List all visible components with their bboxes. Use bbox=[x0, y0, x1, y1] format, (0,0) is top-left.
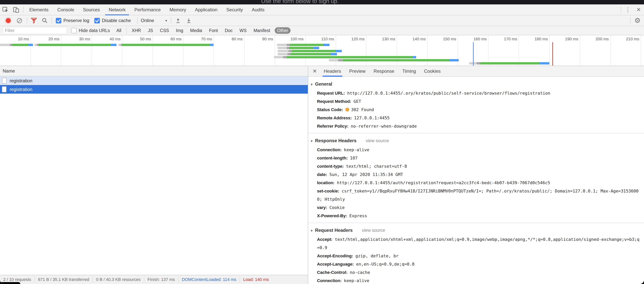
throttling-select[interactable]: Online ▼ bbox=[141, 18, 168, 23]
timeline-overview[interactable]: 10 ms20 ms30 ms40 ms50 ms60 ms70 ms80 ms… bbox=[0, 35, 644, 66]
header-key: Status Code: bbox=[317, 107, 343, 112]
header-row-request-method: Request Method:GET bbox=[308, 97, 644, 106]
header-row-set-cookie: set-cookie:csrf_token=y1//BqpRxuFY8Hw418… bbox=[308, 187, 644, 203]
section-header-request-headers[interactable]: ▼Request Headersview source bbox=[308, 225, 644, 235]
waterfall-segment-waiting bbox=[480, 62, 540, 65]
header-key: Accept-Encoding: bbox=[317, 253, 353, 258]
waterfall-segment-queued bbox=[10, 44, 12, 46]
header-value: GET bbox=[354, 99, 361, 104]
tab-elements[interactable]: Elements bbox=[25, 5, 53, 15]
timeline-tick-label: 20 ms bbox=[31, 37, 60, 41]
view-source-link[interactable]: view source bbox=[366, 138, 389, 143]
header-key: Cache-Control: bbox=[317, 270, 348, 275]
waterfall-segment-waiting bbox=[122, 44, 210, 46]
kebab-menu-icon[interactable]: ⋮ bbox=[622, 5, 633, 15]
disable-cache-checkbox[interactable] bbox=[94, 18, 100, 24]
section-request-headers: ▼Request Headersview sourceAccept:text/h… bbox=[308, 223, 644, 284]
chevron-down-icon: ▼ bbox=[165, 19, 168, 22]
device-toolbar-icon[interactable] bbox=[11, 5, 22, 15]
preserve-log-checkbox[interactable] bbox=[56, 18, 61, 24]
timeline-tick-label: 180 ms bbox=[519, 37, 548, 41]
headers-body: ▼GeneralRequest URL:http://127.0.0.1:445… bbox=[308, 77, 644, 284]
timeline-gridline bbox=[641, 35, 641, 66]
name-column-header[interactable]: Name bbox=[0, 66, 308, 76]
filter-pill-css[interactable]: CSS bbox=[157, 27, 171, 34]
header-value: keep-alive bbox=[344, 147, 369, 152]
tab-memory[interactable]: Memory bbox=[165, 5, 191, 15]
close-details-icon[interactable]: ✕ bbox=[310, 66, 320, 76]
header-key: Accept-Language: bbox=[317, 262, 354, 266]
tab-application[interactable]: Application bbox=[190, 5, 222, 15]
gear-icon[interactable]: ⚙ bbox=[632, 17, 643, 25]
tab-sources[interactable]: Sources bbox=[78, 5, 104, 15]
timeline-tick-label: 190 ms bbox=[550, 37, 578, 41]
table-row[interactable]: registration bbox=[0, 85, 308, 94]
waterfall-segment-download bbox=[450, 59, 459, 61]
devtools-tabbar: ElementsConsoleSourcesNetworkPerformance… bbox=[0, 5, 644, 15]
filter-pill-media[interactable]: Media bbox=[188, 27, 205, 34]
filter-pill-manifest[interactable]: Manifest bbox=[251, 27, 273, 34]
tab-security[interactable]: Security bbox=[222, 5, 248, 15]
filter-pill-font[interactable]: Font bbox=[206, 27, 220, 34]
details-tab-timing[interactable]: Timing bbox=[401, 66, 417, 76]
waterfall-segment-download bbox=[111, 44, 116, 46]
header-value: text/html,application/xhtml+xml,applicat… bbox=[317, 237, 640, 250]
view-source-link[interactable]: view source bbox=[362, 228, 385, 233]
timeline-tick-label: 110 ms bbox=[305, 37, 334, 41]
document-icon bbox=[2, 86, 6, 92]
waterfall-segment-stalled bbox=[34, 44, 37, 46]
filter-funnel-icon[interactable] bbox=[28, 18, 39, 24]
waterfall-segment-download bbox=[324, 44, 330, 46]
header-row-accept: Accept:text/html,application/xhtml+xml,a… bbox=[308, 235, 644, 252]
header-key: Remote Address: bbox=[317, 116, 352, 120]
details-tab-response[interactable]: Response bbox=[372, 66, 396, 76]
filter-pill-all[interactable]: All bbox=[114, 27, 124, 34]
inspect-element-icon[interactable] bbox=[0, 5, 11, 15]
details-tab-preview[interactable]: Preview bbox=[348, 66, 367, 76]
header-row-connection: Connection:keep-alive bbox=[308, 146, 644, 154]
header-row-remote-address: Remote Address:127.0.0.1:4455 bbox=[308, 114, 644, 122]
timeline-tick-label: 120 ms bbox=[336, 37, 364, 41]
record-icon[interactable] bbox=[6, 18, 11, 23]
header-key: Connection: bbox=[317, 147, 342, 152]
details-tab-headers[interactable]: Headers bbox=[322, 66, 342, 76]
waterfall-segment-waiting bbox=[287, 56, 413, 58]
section-header-general[interactable]: ▼General bbox=[308, 79, 644, 89]
filter-pill-doc[interactable]: Doc bbox=[222, 27, 235, 34]
waterfall-segment-waiting bbox=[12, 44, 28, 46]
header-key: Request Method: bbox=[317, 99, 351, 104]
header-value: Sun, 12 Apr 2020 11:35:34 GMT bbox=[330, 172, 403, 177]
filter-pill-img[interactable]: Img bbox=[174, 27, 186, 34]
table-row[interactable]: registration bbox=[0, 76, 308, 85]
search-icon[interactable] bbox=[39, 18, 50, 24]
details-tab-cookies[interactable]: Cookies bbox=[423, 66, 442, 76]
filter-pill-other[interactable]: Other bbox=[275, 27, 291, 34]
filter-input[interactable] bbox=[3, 27, 67, 34]
header-key: Connection: bbox=[317, 278, 342, 283]
waterfall-segment-stalled bbox=[278, 50, 289, 52]
waterfall-segment-queued bbox=[477, 62, 480, 65]
tab-network[interactable]: Network bbox=[104, 5, 130, 15]
triangle-down-icon: ▼ bbox=[310, 140, 313, 143]
tab-audits[interactable]: Audits bbox=[247, 5, 269, 15]
filter-pill-xhr[interactable]: XHR bbox=[129, 27, 144, 34]
import-har-icon[interactable] bbox=[173, 18, 184, 24]
timeline-tick-label: 140 ms bbox=[397, 37, 426, 41]
filter-pill-ws[interactable]: WS bbox=[237, 27, 249, 34]
timeline-tick-label: 130 ms bbox=[366, 37, 395, 41]
tab-console[interactable]: Console bbox=[53, 5, 78, 15]
tab-performance[interactable]: Performance bbox=[130, 5, 165, 15]
section-header-response-headers[interactable]: ▼Response Headersview source bbox=[308, 135, 644, 146]
clear-icon[interactable] bbox=[17, 18, 22, 23]
waterfall-segment-download bbox=[540, 62, 549, 65]
status-item: DOMContentLoaded: 114 ms bbox=[179, 277, 240, 282]
close-devtools-icon[interactable]: ✕ bbox=[633, 5, 644, 15]
export-har-icon[interactable] bbox=[184, 18, 194, 24]
hide-data-urls-checkbox[interactable] bbox=[71, 28, 77, 33]
load-event-line bbox=[552, 42, 553, 66]
status-item: 671 B / 35.1 KB transferred bbox=[35, 277, 93, 282]
filter-pill-js[interactable]: JS bbox=[145, 27, 156, 34]
section-general: ▼GeneralRequest URL:http://127.0.0.1:445… bbox=[308, 77, 644, 133]
header-key: location: bbox=[317, 180, 335, 185]
timeline-tick-label: 150 ms bbox=[428, 37, 456, 41]
